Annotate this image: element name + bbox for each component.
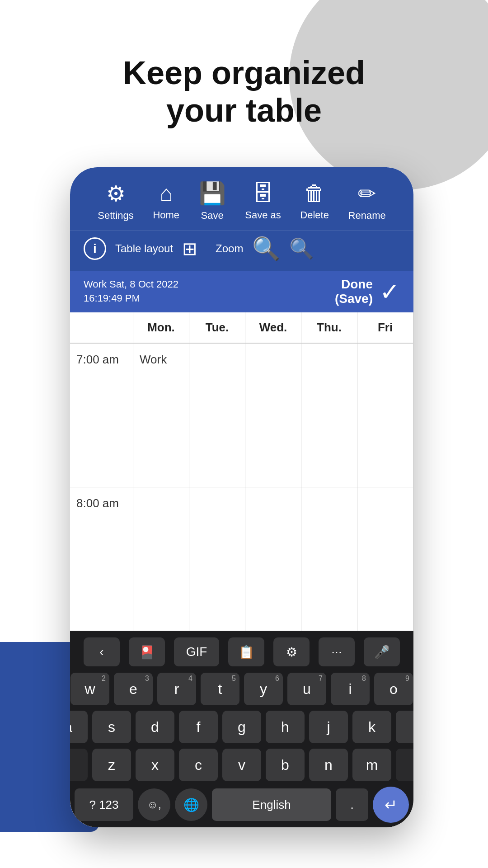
time-cell-800: 8:00 am: [70, 487, 133, 631]
main-toolbar: ⚙ Settings ⌂ Home 💾 Save 🗄 Save as 🗑 Del…: [70, 167, 413, 231]
event-cell-tue-800[interactable]: [189, 487, 245, 631]
key-f[interactable]: f: [179, 711, 218, 743]
kbd-clipboard-btn[interactable]: 📋: [228, 637, 264, 666]
event-cell-wed-800[interactable]: [245, 487, 301, 631]
date-line1: Work Sat, 8 Oct 2022: [84, 278, 178, 292]
kbd-row-1: 1q 2w 3e 4r 5t 6y 7u 8i 9o 0p: [75, 673, 409, 705]
info-icon[interactable]: i: [84, 237, 106, 260]
hero-text: Keep organized your table: [0, 54, 488, 129]
rename-label: Rename: [348, 210, 386, 222]
event-cell-thu-700[interactable]: [301, 344, 357, 487]
key-n[interactable]: n: [309, 749, 348, 781]
save-icon: 💾: [199, 181, 226, 206]
key-y[interactable]: 6y: [244, 673, 283, 705]
settings-button[interactable]: ⚙ Settings: [98, 181, 134, 222]
key-v[interactable]: v: [222, 749, 261, 781]
key-e[interactable]: 3e: [114, 673, 153, 705]
table-row: 7:00 am Work: [70, 344, 413, 487]
key-c[interactable]: c: [179, 749, 218, 781]
kbd-mic-btn[interactable]: 🎤: [364, 637, 400, 666]
key-k[interactable]: k: [352, 711, 391, 743]
key-r[interactable]: 4r: [157, 673, 196, 705]
event-cell-fri-800[interactable]: [357, 487, 413, 631]
key-u[interactable]: 7u: [287, 673, 326, 705]
table-layout-label: Table layout: [115, 242, 173, 255]
checkmark-icon: ✓: [380, 278, 400, 306]
rename-button[interactable]: ✏ Rename: [348, 181, 386, 222]
event-cell-mon-700[interactable]: Work: [133, 344, 189, 487]
key-shift[interactable]: ⇧: [70, 749, 88, 781]
key-s[interactable]: s: [92, 711, 131, 743]
date-bar: Work Sat, 8 Oct 2022 16:19:49 PM Done (S…: [70, 271, 413, 312]
key-enter[interactable]: ↵: [373, 787, 409, 823]
key-l[interactable]: l: [396, 711, 413, 743]
cal-header-empty: [70, 312, 133, 343]
key-w[interactable]: 2w: [70, 673, 109, 705]
kbd-back-btn[interactable]: ‹: [84, 637, 120, 666]
table-layout-icon[interactable]: ⊞: [182, 238, 197, 259]
save-button[interactable]: 💾 Save: [199, 181, 226, 222]
delete-icon: 🗑: [304, 181, 325, 206]
app-screen: ⚙ Settings ⌂ Home 💾 Save 🗄 Save as 🗑 Del…: [70, 167, 413, 827]
key-j[interactable]: j: [309, 711, 348, 743]
cal-header-fri: Fri: [357, 312, 413, 343]
kbd-sticker-btn[interactable]: 🎴: [129, 637, 165, 666]
date-line2: 16:19:49 PM: [84, 292, 178, 306]
zoom-in-icon[interactable]: 🔍: [252, 236, 280, 262]
kbd-row-3: ⇧ z x c v b n m ⌫: [75, 749, 409, 781]
cal-header-tue: Tue.: [189, 312, 245, 343]
time-cell-700: 7:00 am: [70, 344, 133, 487]
kbd-row-2: a s d f g h j k l: [75, 711, 409, 743]
hero-line1: Keep organized: [0, 54, 488, 92]
key-g[interactable]: g: [222, 711, 261, 743]
home-icon: ⌂: [160, 181, 173, 206]
key-m[interactable]: m: [352, 749, 391, 781]
key-num-switch[interactable]: ? 123: [75, 788, 133, 821]
key-globe[interactable]: 🌐: [175, 788, 207, 821]
key-dot[interactable]: .: [336, 788, 368, 821]
done-save-text: Done (Save): [335, 277, 373, 306]
cal-header-thu: Thu.: [301, 312, 357, 343]
cal-header-wed: Wed.: [245, 312, 301, 343]
kbd-settings-btn[interactable]: ⚙: [273, 637, 310, 666]
key-o[interactable]: 9o: [374, 673, 413, 705]
key-z[interactable]: z: [92, 749, 131, 781]
delete-button[interactable]: 🗑 Delete: [300, 181, 329, 221]
home-button[interactable]: ⌂ Home: [153, 181, 179, 221]
calendar-header-row: Mon. Tue. Wed. Thu. Fri: [70, 312, 413, 344]
calendar-table: Mon. Tue. Wed. Thu. Fri 7:00 am Work 8:0…: [70, 312, 413, 631]
keyboard-top-row: ‹ 🎴 GIF 📋 ⚙ ··· 🎤: [75, 637, 409, 666]
kbd-gif-btn[interactable]: GIF: [174, 637, 219, 666]
table-row: 8:00 am: [70, 487, 413, 631]
key-x[interactable]: x: [136, 749, 174, 781]
home-label: Home: [153, 209, 179, 221]
done-save-button[interactable]: Done (Save) ✓: [335, 277, 400, 306]
save-as-button[interactable]: 🗄 Save as: [245, 181, 281, 221]
key-b[interactable]: b: [266, 749, 305, 781]
delete-label: Delete: [300, 209, 329, 221]
settings-icon: ⚙: [106, 181, 126, 206]
zoom-out-icon[interactable]: 🔍: [289, 237, 314, 260]
key-a[interactable]: a: [70, 711, 88, 743]
kbd-more-btn[interactable]: ···: [319, 637, 355, 666]
event-cell-mon-800[interactable]: [133, 487, 189, 631]
event-cell-wed-700[interactable]: [245, 344, 301, 487]
key-t[interactable]: 5t: [201, 673, 239, 705]
key-d[interactable]: d: [136, 711, 174, 743]
key-h[interactable]: h: [266, 711, 305, 743]
cal-header-mon: Mon.: [133, 312, 189, 343]
key-i[interactable]: 8i: [331, 673, 370, 705]
date-info: Work Sat, 8 Oct 2022 16:19:49 PM: [84, 278, 178, 306]
keyboard: ‹ 🎴 GIF 📋 ⚙ ··· 🎤 1q 2w 3e 4r 5t 6y 7u: [70, 631, 413, 827]
event-cell-fri-700[interactable]: [357, 344, 413, 487]
secondary-toolbar: i Table layout ⊞ Zoom 🔍 🔍: [70, 231, 413, 271]
event-cell-tue-700[interactable]: [189, 344, 245, 487]
hero-line2: your table: [0, 92, 488, 129]
settings-label: Settings: [98, 210, 134, 222]
event-cell-thu-800[interactable]: [301, 487, 357, 631]
kbd-rows: 1q 2w 3e 4r 5t 6y 7u 8i 9o 0p a s d f: [75, 673, 409, 781]
key-backspace[interactable]: ⌫: [396, 749, 413, 781]
save-as-label: Save as: [245, 209, 281, 221]
key-emoji[interactable]: ☺,: [138, 788, 170, 821]
key-space[interactable]: English: [212, 788, 331, 821]
